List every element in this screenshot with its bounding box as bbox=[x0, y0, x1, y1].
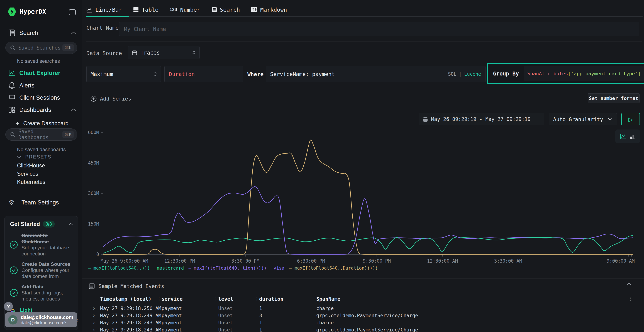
kebab-menu-icon[interactable]: ⋮ bbox=[628, 296, 633, 302]
add-series-button[interactable]: Add Series bbox=[90, 96, 131, 102]
events-table-header: Timestamp (Local) service level duration… bbox=[92, 295, 622, 303]
group-by-input[interactable]: SpanAttributes['app.payment.card_type'] bbox=[524, 66, 644, 81]
event-service: payment bbox=[162, 306, 218, 311]
hyperdx-logo-icon bbox=[8, 7, 16, 16]
event-span-name: charge bbox=[316, 320, 622, 326]
sidebar-item-chart-explorer[interactable]: Chart Explorer bbox=[0, 68, 82, 78]
legend-item[interactable]: — maxIf(toFloat640..))) · mastercard bbox=[88, 266, 184, 271]
tab-table[interactable]: Table bbox=[133, 6, 158, 13]
preset-services[interactable]: Services bbox=[17, 171, 38, 177]
where-value: ServiceName: payment bbox=[270, 71, 335, 77]
checklist-item-title: Add Data bbox=[22, 284, 73, 290]
preset-clickhouse[interactable]: ClickHouse bbox=[17, 162, 45, 169]
saved-dashboards-input[interactable]: Saved Dashboards ⌘K bbox=[5, 128, 77, 140]
row-expander-icon[interactable]: › bbox=[92, 305, 100, 312]
checklist-item-desc: Set up your database connection bbox=[22, 245, 73, 257]
sidebar-item-client-sessions[interactable]: Client Sessions bbox=[0, 93, 82, 102]
where-label: Where bbox=[248, 71, 264, 78]
column-duration[interactable]: duration bbox=[259, 296, 316, 302]
user-email: dale@clickhouse.com bbox=[21, 314, 73, 320]
legend-item[interactable]: — maxIf(toFloat640..tion))))) · visa bbox=[188, 266, 284, 271]
svg-text:12:30:00 PM: 12:30:00 PM bbox=[164, 258, 195, 264]
aggregation-select[interactable]: Maximum bbox=[86, 66, 161, 82]
tab-markdown[interactable]: Markdown bbox=[251, 6, 287, 13]
tab-line-bar[interactable]: Line/Bar bbox=[86, 6, 122, 13]
event-timestamp: May 27 9:29:18.243 AM bbox=[100, 320, 162, 326]
event-row[interactable]: › May 27 9:29:18.243 AM payment Unset 1 … bbox=[92, 319, 622, 326]
list-icon bbox=[211, 7, 217, 12]
preset-kubernetes[interactable]: Kubernetes bbox=[17, 179, 46, 185]
tab-label: Number bbox=[180, 6, 200, 13]
data-source-label: Data Source bbox=[86, 50, 122, 56]
timeseries-chart[interactable]: 0150M300M450M600MMay 26 9:00:00 AM12:30:… bbox=[86, 130, 641, 264]
column-service[interactable]: service bbox=[162, 296, 218, 302]
chart-name-label: Chart Name bbox=[86, 25, 119, 31]
event-duration: 3 bbox=[259, 313, 316, 318]
sidebar-collapse-icon[interactable] bbox=[69, 9, 76, 16]
main-content: Line/Bar Table 123 Number Search bbox=[82, 0, 644, 332]
sidebar-item-alerts[interactable]: Alerts bbox=[0, 81, 82, 90]
create-dashboard-button[interactable]: + Create Dashboard bbox=[0, 120, 82, 127]
event-duration: 1 bbox=[259, 320, 316, 326]
chevron-up-icon[interactable] bbox=[626, 282, 632, 285]
checklist-item-data-sources[interactable]: Create Data Sources Configure where your… bbox=[5, 261, 78, 280]
svg-text:6:30:00 PM: 6:30:00 PM bbox=[297, 258, 325, 264]
granularity-select[interactable]: Auto Granularity bbox=[549, 113, 617, 126]
saved-searches-input[interactable]: Saved Searches ⌘K bbox=[5, 42, 77, 54]
plus-icon: + bbox=[16, 120, 19, 127]
legend-series-expr: — maxIf(toFloat640..Duration))))) bbox=[289, 266, 378, 271]
field-value: Duration bbox=[169, 71, 195, 77]
brand[interactable]: HyperDX bbox=[8, 7, 46, 16]
event-level: Unset bbox=[218, 306, 259, 311]
event-row[interactable]: › May 27 9:29:18.249 AM payment Unset 3 … bbox=[92, 312, 622, 319]
event-row[interactable]: › May 27 9:29:18.250 AM payment Unset 1 … bbox=[92, 305, 622, 312]
row-expander-icon[interactable]: › bbox=[92, 320, 100, 326]
legend-item[interactable]: — maxIf(toFloat640..Duration))))) · bbox=[289, 266, 385, 271]
laptop-icon bbox=[8, 95, 16, 101]
group-by-label: Group By bbox=[493, 70, 519, 77]
sidebar-section-search[interactable]: Search bbox=[0, 28, 82, 38]
column-timestamp[interactable]: Timestamp (Local) bbox=[100, 296, 162, 302]
legend-separator: · bbox=[380, 266, 383, 271]
sample-matched-events-panel: Sample Matched Events ⋮ Timestamp (Local… bbox=[82, 278, 644, 332]
play-icon: ▷ bbox=[628, 116, 633, 123]
check-circle-icon bbox=[10, 240, 18, 249]
sidebar-item-team-settings[interactable]: ⚙ Team Settings bbox=[0, 198, 82, 207]
column-spanname[interactable]: SpanName bbox=[316, 296, 622, 302]
svg-text:600M: 600M bbox=[88, 130, 99, 135]
date-range-picker[interactable]: May 26 09:29:19 - May 27 09:29:19 bbox=[419, 113, 544, 126]
checklist-item-connect[interactable]: Connect to ClickHouse Set up your databa… bbox=[5, 232, 78, 257]
row-expander-icon[interactable]: › bbox=[92, 312, 100, 318]
language-divider: | bbox=[459, 71, 462, 77]
row-expander-icon[interactable]: › bbox=[92, 327, 100, 332]
run-query-button[interactable]: ▷ bbox=[621, 113, 640, 126]
granularity-value: Auto Granularity bbox=[553, 116, 603, 122]
set-number-format-button[interactable]: Set number format bbox=[588, 94, 640, 103]
sidebar-item-dashboards[interactable]: Dashboards bbox=[0, 105, 82, 114]
date-range-value: May 26 09:29:19 - May 27 09:29:19 bbox=[431, 116, 530, 122]
event-row[interactable]: › May 27 9:29:18.243 AM payment Unset 1 … bbox=[92, 326, 622, 332]
search-icon bbox=[10, 45, 15, 50]
group-by-function: SpanAttributes bbox=[527, 71, 568, 76]
column-level[interactable]: level bbox=[218, 296, 259, 302]
event-service: payment bbox=[162, 327, 218, 332]
where-input[interactable]: ServiceName: payment SQL | Lucene bbox=[266, 66, 486, 82]
chevron-up-icon[interactable] bbox=[68, 223, 73, 226]
chart-name-input[interactable] bbox=[119, 22, 639, 36]
help-button[interactable]: ? bbox=[4, 302, 13, 311]
brand-name: HyperDX bbox=[20, 8, 46, 15]
field-select[interactable]: Duration bbox=[164, 66, 243, 82]
sql-language-toggle[interactable]: SQL bbox=[448, 71, 456, 77]
presets-toggle[interactable]: PRESETS bbox=[17, 154, 52, 160]
tab-number[interactable]: 123 Number bbox=[170, 6, 200, 13]
data-source-select[interactable]: Traces bbox=[128, 46, 200, 59]
tab-label: Line/Bar bbox=[95, 6, 122, 13]
event-level: Unset bbox=[218, 313, 259, 318]
shortcut-badge: ⌘K bbox=[62, 131, 74, 138]
get-started-progress-badge: 3/3 bbox=[43, 220, 55, 228]
lucene-language-toggle[interactable]: Lucene bbox=[464, 71, 481, 77]
user-menu[interactable]: D dale@clickhouse.com dale@clickhouse.co… bbox=[5, 312, 77, 327]
checklist-item-add-data[interactable]: Add Data Start sending logs, metrics, or… bbox=[5, 284, 78, 302]
presets-label: PRESETS bbox=[25, 154, 52, 160]
tab-search[interactable]: Search bbox=[211, 6, 240, 13]
